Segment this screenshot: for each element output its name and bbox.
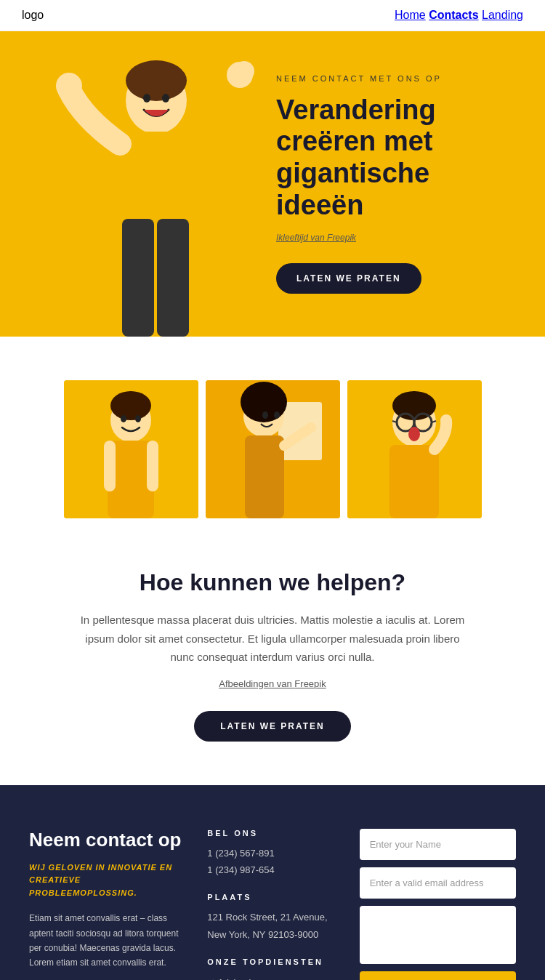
message-textarea[interactable] bbox=[360, 906, 516, 964]
contact-col-info: Neem contact op WIJ GELOVEN IN INNOVATIE… bbox=[29, 829, 185, 981]
svg-rect-7 bbox=[122, 219, 154, 337]
submit-button[interactable]: INDIENEN bbox=[360, 971, 516, 981]
contact-phones: 1 (234) 567-891 1 (234) 987-654 bbox=[207, 845, 337, 879]
help-cta-button[interactable]: LATEN WE PRATEN bbox=[194, 711, 351, 742]
nav-home[interactable]: Home bbox=[395, 9, 426, 21]
contact-col-form: INDIENEN bbox=[360, 829, 516, 981]
nav-logo: logo bbox=[22, 9, 44, 22]
email-input[interactable] bbox=[360, 867, 516, 899]
contact-tagline: WIJ GELOVEN IN INNOVATIE EN CREATIEVE PR… bbox=[29, 861, 185, 900]
hero-credit-link[interactable]: Freepik bbox=[327, 233, 356, 243]
navbar: logo Home Contacts Landing bbox=[0, 0, 545, 31]
help-text: In pellentesque massa placerat duis ultr… bbox=[73, 611, 472, 667]
hero-title: Verandering creëren met gigantische idee… bbox=[276, 95, 516, 222]
nav-contacts[interactable]: Contacts bbox=[429, 9, 478, 21]
svg-point-9 bbox=[143, 94, 150, 103]
svg-point-35 bbox=[408, 427, 420, 441]
svg-point-6 bbox=[234, 61, 254, 81]
contact-form: INDIENEN bbox=[360, 829, 516, 981]
svg-point-13 bbox=[110, 391, 151, 420]
contact-address: 121 Rock Street, 21 Avenue, New York, NY… bbox=[207, 909, 337, 943]
svg-rect-15 bbox=[104, 441, 116, 491]
hero-cta-button[interactable]: LATEN WE PRATEN bbox=[276, 263, 421, 294]
svg-rect-34 bbox=[389, 445, 439, 518]
help-section: Hoe kunnen we helpen? In pellentesque ma… bbox=[0, 547, 545, 785]
service-1: Advisering bbox=[207, 973, 337, 980]
services-label: ONZE TOPDIENSTEN bbox=[207, 957, 337, 966]
services-list: Advisering Coachen Ontwikkeling bbox=[207, 973, 337, 980]
svg-point-2 bbox=[126, 60, 187, 101]
svg-point-25 bbox=[274, 411, 280, 419]
hero-credit: Ikleeftijd van Freepik bbox=[276, 233, 516, 243]
gallery-image-1 bbox=[64, 380, 198, 518]
svg-rect-23 bbox=[245, 435, 284, 518]
svg-rect-16 bbox=[147, 441, 158, 491]
contact-col-details: BEL ONS 1 (234) 567-891 1 (234) 987-654 … bbox=[207, 829, 337, 981]
help-credit: Afbeeldingen van Freepik bbox=[73, 678, 472, 689]
contact-body: Etiam sit amet convallis erat – class ap… bbox=[29, 911, 185, 971]
gallery-image-3 bbox=[347, 380, 482, 518]
place-label: PLAATS bbox=[207, 893, 337, 901]
svg-point-24 bbox=[262, 411, 268, 419]
nav-landing[interactable]: Landing bbox=[482, 9, 523, 21]
contact-section: Neem contact op WIJ GELOVEN IN INNOVATIE… bbox=[0, 785, 545, 981]
call-label: BEL ONS bbox=[207, 829, 337, 838]
hero-image-area bbox=[0, 31, 262, 337]
hero-section: NEEM CONTACT MET ONS OP Verandering creë… bbox=[0, 31, 545, 337]
svg-point-10 bbox=[162, 94, 169, 103]
help-title: Hoe kunnen we helpen? bbox=[73, 569, 472, 596]
help-credit-link[interactable]: Freepik bbox=[294, 678, 326, 689]
svg-rect-8 bbox=[157, 219, 189, 337]
contact-main-title: Neem contact op bbox=[29, 829, 185, 851]
hero-subtitle: NEEM CONTACT MET ONS OP bbox=[276, 74, 516, 83]
svg-point-4 bbox=[56, 73, 82, 99]
gallery-image-2 bbox=[206, 380, 340, 518]
hero-content: NEEM CONTACT MET ONS OP Verandering creë… bbox=[262, 45, 545, 324]
name-input[interactable] bbox=[360, 829, 516, 860]
nav-links: Home Contacts Landing bbox=[395, 9, 523, 22]
hero-person-illustration bbox=[15, 31, 262, 337]
svg-point-18 bbox=[135, 415, 141, 422]
gallery-section bbox=[0, 337, 545, 547]
svg-point-17 bbox=[121, 415, 126, 422]
